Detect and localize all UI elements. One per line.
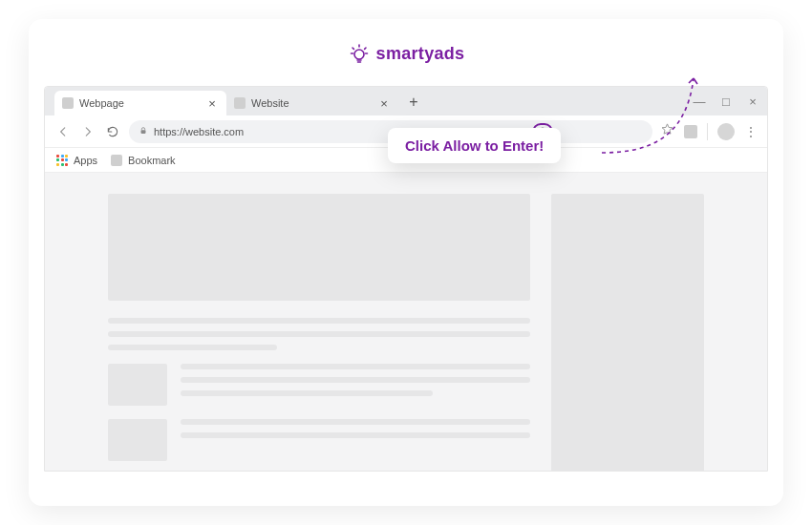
apps-grid-icon	[56, 155, 68, 166]
close-window-icon[interactable]: ×	[746, 94, 759, 109]
text-line-placeholder	[108, 345, 277, 350]
callout-tooltip: Click Allow to Enter!	[388, 128, 561, 163]
text-line-placeholder	[108, 331, 530, 337]
thumbnail-placeholder	[108, 364, 167, 406]
callout-text: Click Allow to Enter!	[405, 137, 544, 154]
tab-inactive[interactable]: Website ×	[226, 91, 398, 116]
lightbulb-icon	[348, 42, 371, 65]
url-text: https://website.com	[154, 126, 244, 137]
window-controls: — □ ×	[693, 87, 759, 116]
extension-icon[interactable]	[684, 125, 697, 138]
content-main-column	[108, 194, 530, 471]
tab-title: Website	[251, 97, 377, 109]
list-item	[108, 419, 530, 461]
forward-button[interactable]	[79, 123, 96, 140]
page-viewport	[45, 173, 767, 471]
brand-logo: smartyads	[29, 42, 783, 65]
text-line-placeholder	[181, 419, 530, 425]
text-line-placeholder	[181, 364, 530, 369]
bookmark-item[interactable]: Bookmark	[111, 155, 176, 166]
apps-shortcut[interactable]: Apps	[56, 155, 97, 166]
hero-placeholder	[108, 194, 530, 301]
thumbnail-placeholder	[108, 419, 167, 461]
tab-active[interactable]: Webpage ×	[54, 91, 226, 116]
close-tab-icon[interactable]: ×	[205, 96, 219, 110]
svg-rect-1	[141, 130, 146, 134]
text-line-placeholder	[181, 390, 433, 396]
brand-name: smartyads	[376, 44, 465, 64]
favicon-icon	[234, 97, 246, 109]
bookmark-label: Bookmark	[128, 155, 176, 166]
text-line-placeholder	[181, 432, 530, 438]
tab-bar: Webpage × Website × + — □ ×	[45, 87, 767, 116]
svg-point-0	[354, 50, 364, 59]
back-button[interactable]	[54, 123, 72, 140]
favicon-icon	[62, 97, 74, 109]
bookmark-star-icon[interactable]	[660, 122, 674, 140]
lock-icon	[139, 126, 148, 137]
tab-title: Webpage	[79, 97, 205, 109]
reload-button[interactable]	[104, 123, 121, 140]
maximize-icon[interactable]: □	[719, 94, 733, 109]
menu-kebab-icon[interactable]: ⋮	[744, 125, 758, 138]
text-line-placeholder	[108, 318, 530, 324]
separator	[707, 123, 708, 140]
bookmark-favicon-icon	[111, 155, 122, 166]
content-sidebar-placeholder	[551, 194, 704, 471]
new-tab-button[interactable]: +	[402, 91, 425, 114]
toolbar-right: ⋮	[660, 122, 758, 140]
minimize-icon[interactable]: —	[693, 94, 706, 109]
illustration-frame: smartyads Webpage × Website × + — □ ×	[29, 19, 783, 506]
close-tab-icon[interactable]: ×	[377, 96, 391, 110]
profile-avatar[interactable]	[717, 123, 735, 140]
apps-label: Apps	[74, 155, 97, 166]
text-line-placeholder	[181, 377, 530, 383]
list-item	[108, 364, 530, 406]
